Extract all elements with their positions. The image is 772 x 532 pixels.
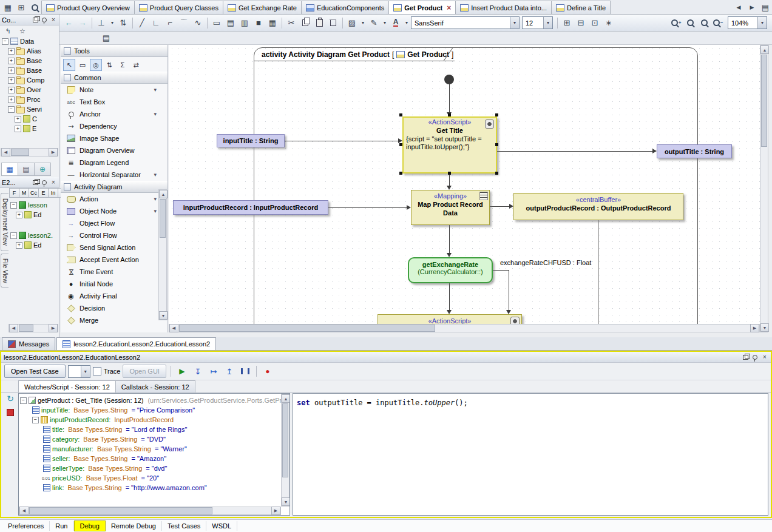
e2e-hscrollbar[interactable]: ◀ ▶ [8,324,58,332]
doc-tab-get-exchange-rate[interactable]: Get Exchange Rate [223,1,302,14]
back-icon[interactable]: ← [62,16,75,30]
scroll-thumb[interactable] [29,507,212,514]
watch-row-manufacturer[interactable]: manufacturer: Base Types.String = "Warne… [20,444,288,454]
palette-item-activity-final[interactable]: ◉ Activity Final [61,290,168,302]
fill-color-icon[interactable]: ▨ [345,16,359,30]
model-icon[interactable]: ▦ [1,1,15,14]
palette-item-anchor[interactable]: Anchor ▾ [61,108,168,120]
scroll-left-icon[interactable]: ◀ [9,324,18,332]
col-tab-f[interactable]: F [9,188,19,198]
central-buffer-node[interactable]: «centralBuffer» outputProductRecord : Ou… [513,193,683,220]
chevron-down-icon[interactable]: ▾ [154,208,157,214]
tree-item-ed-1[interactable]: + Ed [8,210,59,220]
selection-handle[interactable] [495,143,498,146]
call-operation-node-getexchangerate[interactable]: getExchangeRate (CurrencyCalculator::) [408,257,493,283]
tree-layout-dropdown-icon[interactable]: ▾ [109,16,116,30]
tree-item-alias[interactable]: + Alias [0,46,59,56]
doc-tab-product-query-overview[interactable]: Product Query Overview [41,1,135,14]
scroll-right-icon[interactable]: ▶ [750,324,759,332]
action-node-get-title[interactable]: «ActionScript» Get Title {script = "set … [402,116,497,173]
diagram-layers-icon[interactable]: ▤ [100,32,113,45]
record-icon[interactable]: ● [261,365,274,378]
output-pin-outputtitle[interactable]: outputTitle : String [657,144,732,158]
pin-panel-icon[interactable] [41,16,48,24]
canvas-hscrollbar[interactable]: ◀ ▶ [169,324,760,332]
tree-item-lesson[interactable]: − lesson [8,200,59,210]
expand-window-icon[interactable]: ⊡ [588,16,601,30]
scroll-up-icon[interactable]: ▲ [282,394,290,403]
watch-row-inputproductrecord[interactable]: − inputProductRecord: InputProductRecord [20,415,288,425]
tree-item-data[interactable]: − Data [0,36,59,46]
doc-tab-define-a-title[interactable]: Define a Title [551,1,611,14]
scroll-thumb[interactable] [11,149,29,156]
doc-tab-product-query-classes[interactable]: Product Query Classes [134,1,223,14]
magnet-tool-icon[interactable]: ◎ [90,59,102,71]
script-editor[interactable]: set outputTitle = inputTitle.toUpper(); [293,393,768,516]
collapse-icon[interactable]: − [32,417,39,423]
status-tab-wsdl[interactable]: WSDL [206,521,237,531]
expand-icon[interactable]: + [8,48,15,55]
tree-item-servi[interactable]: − Servi [0,104,59,114]
copy-icon[interactable] [299,16,312,30]
fill-color-dropdown-icon[interactable]: ▾ [359,16,367,30]
font-size-select[interactable]: 12 ▾ [522,16,553,29]
status-tab-test-cases[interactable]: Test Cases [162,521,206,531]
pin-panel-icon[interactable] [41,179,48,186]
watch-row-inputtitle[interactable]: inputTitle: Base Types.String = "Price C… [20,405,288,415]
settings-icon[interactable]: ∗ [602,16,615,30]
expand-icon[interactable]: + [15,126,21,132]
align-left-icon[interactable]: ▭ [210,16,223,30]
step-over-icon[interactable]: ↦ [207,365,220,378]
edge-label-exchangerate[interactable]: exchangeRateCHFUSD : Float [500,259,591,266]
scroll-left-icon[interactable]: ◀ [1,148,10,157]
palette-item-time-event[interactable]: ⋈ Time Event [61,266,168,278]
tree-item-over[interactable]: + Over [0,85,59,95]
align-tool-icon[interactable]: ⇅ [103,59,115,71]
overview-view-tab-icon[interactable]: ▤ [18,163,35,176]
initial-node[interactable] [444,75,454,84]
palette-item-dependency[interactable]: ⇢ Dependency [61,120,168,132]
expand-icon[interactable]: + [8,67,15,74]
palette-item-decision[interactable]: Decision [61,302,168,314]
object-flow-edge[interactable] [490,206,509,207]
scroll-tabs-left-icon[interactable]: ◀ [732,1,745,14]
tree-item-comp[interactable]: + Comp [0,75,59,85]
collapse-icon[interactable]: − [10,232,17,239]
restore-panel-icon[interactable] [742,354,749,361]
expand-icon[interactable]: + [8,77,15,84]
status-tab-debug[interactable]: Debug [74,520,106,531]
tree-item-e[interactable]: + E [0,124,59,133]
mapping-badge-icon[interactable] [479,192,488,200]
zoom-out-icon[interactable]: − [711,16,725,30]
scroll-thumb[interactable] [160,199,166,238]
export-icon[interactable]: ↰ [1,25,15,36]
status-tab-preferences[interactable]: Preferences [2,521,50,531]
refresh-session-icon[interactable]: ↻ [4,392,17,405]
palette-item-diagram-legend[interactable]: ≣ Diagram Legend [61,157,168,169]
draw-line-icon[interactable]: ╱ [135,16,149,30]
watch-row-link[interactable]: link: Base Types.String = "http://www.am… [20,483,288,493]
expand-icon[interactable]: + [16,242,22,249]
draw-polyline-icon[interactable]: ⌐ [163,16,177,30]
palette-header-activity-diagram[interactable]: Activity Diagram [61,181,168,193]
chevron-down-icon[interactable]: ▾ [154,172,157,178]
scroll-right-icon[interactable]: ▶ [271,507,280,515]
palette-item-initial-node[interactable]: ● Initial Node [61,278,168,290]
object-flow-edge[interactable] [497,151,652,152]
object-flow-edge[interactable] [285,141,398,141]
scroll-thumb[interactable] [19,325,33,332]
diagram-canvas[interactable]: activity Activity Diagram Get Product [ … [169,45,760,324]
input-pin-inputproductrecord[interactable]: inputProductRecord : InputProductRecord [173,200,328,215]
scroll-thumb[interactable] [282,403,288,477]
align-columns-icon[interactable]: ▥ [238,16,251,30]
palette-header-tools[interactable]: Tools [61,45,168,57]
step-into-icon[interactable]: ↧ [191,365,205,378]
collapse-icon[interactable]: − [20,397,27,404]
object-flow-edge[interactable] [598,220,598,324]
font-color-icon[interactable]: A [389,16,402,30]
tab-callstack[interactable]: Callstack - Session: 12 [115,380,195,392]
zoom-in-icon[interactable]: + [669,16,683,30]
doc-tab-get-product[interactable]: Get Product × [388,1,456,14]
selection-handle[interactable] [399,143,402,146]
mapping-node-map-product-record-data[interactable]: «Mapping» Map Product Record Data [411,190,490,225]
